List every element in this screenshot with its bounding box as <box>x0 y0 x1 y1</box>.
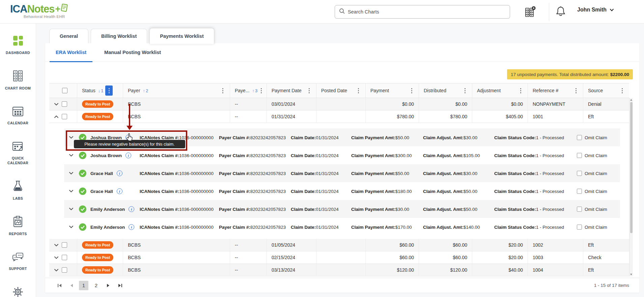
expand-chevron-down-icon[interactable] <box>53 267 59 273</box>
scrollbar-thumb[interactable] <box>630 102 633 233</box>
claim-row: Emily Andersoni ICANotes Claim #:1036-00… <box>64 200 620 218</box>
app-window: ICANotes+ Behavioral Health EHR <box>0 0 644 297</box>
header-payer[interactable]: Payer ↑2 <box>123 83 230 98</box>
column-menu-icon[interactable] <box>572 85 580 96</box>
row-checkbox[interactable] <box>62 255 67 260</box>
row-checkbox[interactable] <box>62 114 67 119</box>
claim-chevron-down-icon[interactable] <box>68 152 74 158</box>
page-2-button[interactable]: 2 <box>91 281 101 290</box>
chart-cabinet-icon[interactable] <box>524 6 536 19</box>
claim-status-field: Claim Status Code:1 - Processed <box>494 135 564 140</box>
last-page-button[interactable] <box>116 281 124 290</box>
claim-chevron-down-icon[interactable] <box>68 206 74 212</box>
column-menu-icon[interactable] <box>219 85 226 96</box>
search-input[interactable] <box>348 9 506 15</box>
expand-chevron-down-icon[interactable] <box>53 254 59 261</box>
omit-claim-checkbox[interactable] <box>577 153 582 158</box>
sidebar-item-reports[interactable]: REPORTS <box>0 216 36 236</box>
info-icon[interactable]: i <box>125 152 131 158</box>
header-payment[interactable]: Payment <box>366 83 419 98</box>
header-distributed[interactable]: Distributed <box>419 83 472 98</box>
distributed-cell: $0.00 <box>419 98 472 110</box>
subtab-era-worklist[interactable]: ERA Worklist <box>50 43 92 62</box>
sidebar-item-support[interactable]: SUPPORT <box>0 251 36 271</box>
row-checkbox[interactable] <box>62 267 67 273</box>
info-icon[interactable]: i <box>117 170 122 176</box>
subtab-manual-posting-worklist[interactable]: Manual Posting Worklist <box>98 43 167 62</box>
header-reference[interactable]: Reference # <box>528 83 583 98</box>
payments-subtabs: ERA Worklist Manual Posting Worklist <box>45 43 639 62</box>
payer-claim-field: Payer Claim #:82023242057823 <box>219 224 286 229</box>
claim-chevron-down-icon[interactable] <box>68 188 74 194</box>
payee-cell: -- <box>230 98 267 110</box>
scroll-down-arrow[interactable] <box>630 274 632 275</box>
claim-chevron-down-icon[interactable] <box>68 224 74 230</box>
user-menu[interactable]: John Smith <box>577 7 614 13</box>
tab-billing-worklist[interactable]: Billing Worklist <box>91 29 147 43</box>
claim-chevron-down-icon[interactable] <box>68 170 74 176</box>
select-all-checkbox[interactable] <box>62 88 67 93</box>
row-select-cell <box>49 264 77 276</box>
header-payee[interactable]: Paye... ↑3 <box>230 83 267 98</box>
sidebar-item-settings[interactable]: SETTINGS <box>0 286 36 297</box>
column-menu-icon[interactable] <box>305 85 313 96</box>
collapse-chevron-up-icon[interactable] <box>53 114 59 120</box>
column-menu-icon[interactable] <box>259 85 263 96</box>
quick-calendar-icon <box>12 141 24 153</box>
sidebar-item-dashboard[interactable]: DASHBOARD <box>0 35 36 55</box>
claim-adjust-field: Claim Adjust. Amt:$105.00 <box>423 153 480 158</box>
reference-cell: 1003 <box>528 251 583 264</box>
sidebar-item-labs[interactable]: LABS <box>0 180 36 201</box>
distributed-cell: $780.00 <box>419 110 472 123</box>
claim-chevron-down-icon[interactable] <box>68 134 74 141</box>
column-menu-icon[interactable] <box>618 85 626 96</box>
status-cell: Ready to Post <box>77 264 123 276</box>
claim-payment-field: Claim Payment Amt:$50.00 <box>351 171 409 176</box>
page-1-button[interactable]: 1 <box>79 281 88 290</box>
patient-name: Emily Anderson <box>90 224 125 229</box>
header-posted-date[interactable]: Posted Date <box>316 83 366 98</box>
expand-chevron-down-icon[interactable] <box>53 242 59 248</box>
omit-claim-checkbox[interactable] <box>577 224 582 229</box>
info-icon[interactable]: i <box>129 224 134 230</box>
tab-payments-worklist[interactable]: Payments Worklist <box>149 28 214 44</box>
sidebar-item-chart-room[interactable]: CHART ROOM <box>0 70 36 91</box>
next-page-button[interactable] <box>104 281 113 290</box>
column-menu-icon[interactable] <box>408 85 415 96</box>
header-adjustment[interactable]: Adjustment <box>472 83 528 98</box>
column-menu-icon[interactable] <box>105 85 113 96</box>
vertical-scrollbar[interactable] <box>629 98 633 276</box>
omit-claim-checkbox[interactable] <box>577 206 582 212</box>
column-menu-icon[interactable] <box>517 85 524 96</box>
omit-claim-control: Omit Claim <box>577 189 607 194</box>
row-checkbox[interactable] <box>62 101 67 107</box>
column-menu-icon[interactable] <box>355 85 362 96</box>
source-cell: Eft <box>583 239 629 251</box>
notifications-bell-icon[interactable] <box>555 6 566 18</box>
omit-claim-control: Omit Claim <box>577 153 607 158</box>
topbar-divider <box>549 3 549 21</box>
header-payment-date[interactable]: Payment Date <box>267 83 316 98</box>
omit-claim-label: Omit Claim <box>585 135 607 140</box>
omit-claim-checkbox[interactable] <box>577 171 582 176</box>
tab-general[interactable]: General <box>49 29 88 43</box>
previous-page-button[interactable] <box>67 281 76 290</box>
first-page-button[interactable] <box>55 281 64 290</box>
row-checkbox[interactable] <box>62 242 67 248</box>
info-icon[interactable]: i <box>129 206 134 212</box>
omit-claim-checkbox[interactable] <box>577 135 582 140</box>
status-cell: Ready to Post <box>77 110 123 123</box>
expand-chevron-down-icon[interactable] <box>53 101 59 107</box>
column-menu-icon[interactable] <box>461 85 469 96</box>
status-badge: Ready to Post <box>82 266 113 274</box>
search-charts-box[interactable] <box>335 5 510 19</box>
payer-cell: BCBS <box>123 251 230 264</box>
header-status[interactable]: Status ↓1 <box>77 83 123 98</box>
sidebar-item-calendar[interactable]: CALENDAR <box>0 105 36 125</box>
omit-claim-checkbox[interactable] <box>577 189 582 194</box>
info-icon[interactable]: i <box>117 188 122 194</box>
banner-text: 17 unposted payments. Total distributed … <box>511 72 609 77</box>
header-source[interactable]: Source <box>583 83 629 98</box>
sidebar-item-quick-calendar[interactable]: QUICK CALENDAR <box>0 141 36 165</box>
scroll-up-arrow[interactable] <box>630 99 632 101</box>
